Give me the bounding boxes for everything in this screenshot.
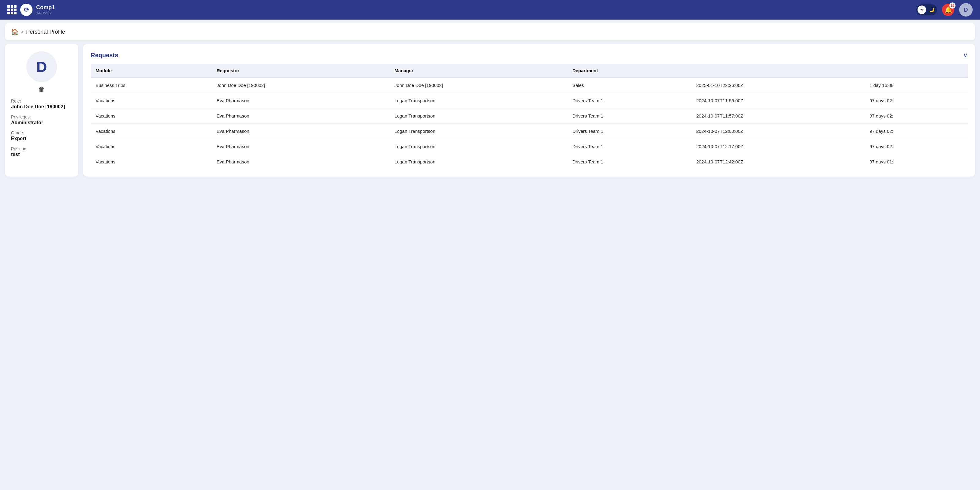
cell-3: Drivers Team 1 xyxy=(568,108,691,124)
grid-menu-icon[interactable] xyxy=(7,5,16,14)
notification-badge: 19 xyxy=(950,2,956,9)
cell-0: Vacations xyxy=(91,93,212,108)
theme-toggle[interactable]: ☀ 🌙 xyxy=(916,4,937,15)
profile-card: D 🗑 Role: John Doe Doe [190002] Privileg… xyxy=(5,44,78,177)
cell-1: Eva Pharmason xyxy=(212,124,390,139)
cell-3: Sales xyxy=(568,78,691,93)
grade-label: Grade: xyxy=(11,130,72,135)
dark-mode-button[interactable]: 🌙 xyxy=(928,5,936,14)
col-module: Module xyxy=(91,63,212,78)
light-mode-button[interactable]: ☀ xyxy=(918,5,926,14)
cell-1: John Doe Doe [190002] xyxy=(212,78,390,93)
cell-3: Drivers Team 1 xyxy=(568,124,691,139)
cell-0: Vacations xyxy=(91,108,212,124)
position-value: test xyxy=(11,152,72,157)
requests-header: Requests ∨ xyxy=(91,51,968,59)
cell-5: 97 days 02: xyxy=(865,108,968,124)
cell-0: Business Trips xyxy=(91,78,212,93)
avatar-container: D 🗑 xyxy=(11,51,72,94)
table-row[interactable]: VacationsEva PharmasonLogan Transportson… xyxy=(91,154,968,170)
table-row[interactable]: VacationsEva PharmasonLogan Transportson… xyxy=(91,93,968,108)
app-info: Comp1 14:35:32 xyxy=(36,4,55,16)
cell-3: Drivers Team 1 xyxy=(568,139,691,154)
delete-avatar-icon[interactable]: 🗑 xyxy=(38,86,45,94)
main-content: D 🗑 Role: John Doe Doe [190002] Privileg… xyxy=(0,44,980,181)
table-row[interactable]: VacationsEva PharmasonLogan Transportson… xyxy=(91,108,968,124)
app-time: 14:35:32 xyxy=(36,11,55,15)
cell-5: 97 days 02: xyxy=(865,124,968,139)
requests-collapse-button[interactable]: ∨ xyxy=(963,51,968,59)
requests-table: Module Requestor Manager Department Busi… xyxy=(91,63,968,169)
col-department: Department xyxy=(568,63,691,78)
cell-4: 2025-01-10T22:26:00Z xyxy=(691,78,865,93)
privileges-label: Privileges: xyxy=(11,114,72,119)
cell-3: Drivers Team 1 xyxy=(568,154,691,170)
cell-4: 2024-10-07T11:57:00Z xyxy=(691,108,865,124)
cell-4: 2024-10-07T12:17:00Z xyxy=(691,139,865,154)
table-row[interactable]: VacationsEva PharmasonLogan Transportson… xyxy=(91,139,968,154)
cell-4: 2024-10-07T11:56:00Z xyxy=(691,93,865,108)
cell-5: 97 days 01: xyxy=(865,154,968,170)
cell-2: Logan Transportson xyxy=(390,124,568,139)
moon-icon: 🌙 xyxy=(929,7,934,12)
privileges-value: Administrator xyxy=(11,120,72,125)
breadcrumb: 🏠 > Personal Profile xyxy=(5,23,975,40)
grade-value: Expert xyxy=(11,136,72,141)
profile-position-field: Position test xyxy=(11,146,72,157)
col-manager: Manager xyxy=(390,63,568,78)
cell-5: 97 days 02: xyxy=(865,93,968,108)
cell-4: 2024-10-07T12:42:00Z xyxy=(691,154,865,170)
cell-2: Logan Transportson xyxy=(390,139,568,154)
user-avatar[interactable]: D xyxy=(959,3,973,16)
profile-avatar: D xyxy=(26,51,57,82)
topbar-left: ⟳ Comp1 14:35:32 xyxy=(7,4,55,16)
sun-icon: ☀ xyxy=(920,7,924,12)
cell-4: 2024-10-07T12:00:00Z xyxy=(691,124,865,139)
cell-2: Logan Transportson xyxy=(390,93,568,108)
table-row[interactable]: Business TripsJohn Doe Doe [190002]John … xyxy=(91,78,968,93)
requests-title: Requests xyxy=(91,52,118,59)
cell-2: John Doe Doe [190002] xyxy=(390,78,568,93)
col-requestor: Requestor xyxy=(212,63,390,78)
cell-0: Vacations xyxy=(91,154,212,170)
table-header-row: Module Requestor Manager Department xyxy=(91,63,968,78)
cell-2: Logan Transportson xyxy=(390,154,568,170)
cell-5: 1 day 16:08 xyxy=(865,78,968,93)
profile-role-field: Role: John Doe Doe [190002] xyxy=(11,98,72,109)
cell-1: Eva Pharmason xyxy=(212,108,390,124)
breadcrumb-separator: > xyxy=(21,29,24,34)
cell-0: Vacations xyxy=(91,139,212,154)
home-icon[interactable]: 🏠 xyxy=(11,28,19,35)
cell-1: Eva Pharmason xyxy=(212,93,390,108)
notification-button[interactable]: 🔔 19 xyxy=(942,4,954,16)
cell-1: Eva Pharmason xyxy=(212,139,390,154)
profile-grade-field: Grade: Expert xyxy=(11,130,72,141)
table-row[interactable]: VacationsEva PharmasonLogan Transportson… xyxy=(91,124,968,139)
col-date xyxy=(691,63,865,78)
role-label: Role: xyxy=(11,98,72,103)
cell-2: Logan Transportson xyxy=(390,108,568,124)
breadcrumb-page-title: Personal Profile xyxy=(26,29,65,35)
app-name: Comp1 xyxy=(36,4,55,11)
col-duration xyxy=(865,63,968,78)
cell-1: Eva Pharmason xyxy=(212,154,390,170)
requests-panel: Requests ∨ Module Requestor Manager Depa… xyxy=(83,44,975,177)
profile-privileges-field: Privileges: Administrator xyxy=(11,114,72,125)
topbar-right: ☀ 🌙 🔔 19 D xyxy=(916,3,973,16)
cell-5: 97 days 02: xyxy=(865,139,968,154)
cell-3: Drivers Team 1 xyxy=(568,93,691,108)
position-label: Position xyxy=(11,146,72,151)
cell-0: Vacations xyxy=(91,124,212,139)
app-logo: ⟳ xyxy=(20,4,32,16)
topbar: ⟳ Comp1 14:35:32 ☀ 🌙 🔔 19 D xyxy=(0,0,980,20)
role-value: John Doe Doe [190002] xyxy=(11,104,72,109)
